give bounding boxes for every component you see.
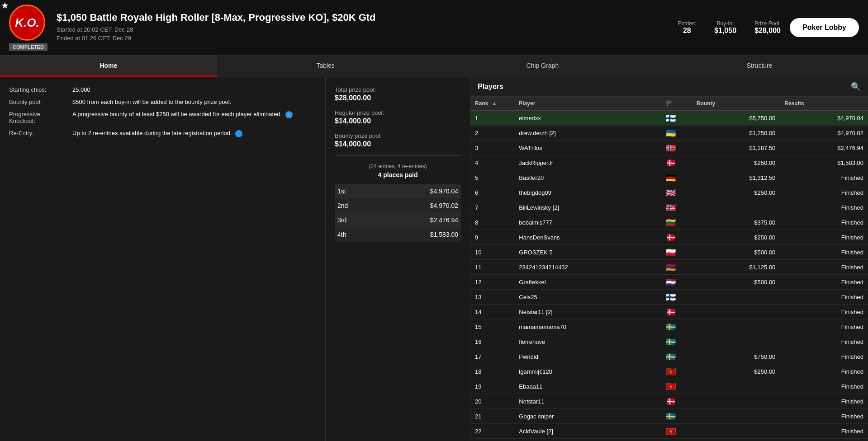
player-header[interactable]: Player: [514, 97, 661, 111]
table-row[interactable]: 12 Graftekkel 🇳🇱 $500.00 Finished: [470, 275, 868, 290]
flag-cell: 🇬🇧: [661, 185, 692, 200]
payout-row: 2nd$4,970.02: [335, 198, 461, 213]
country-flag: 🇩🇰: [666, 307, 676, 314]
rank-cell: 19: [470, 379, 514, 394]
table-row[interactable]: 18 lgammij€120 🇲🇪 $250.00 Finished: [470, 364, 868, 379]
table-row[interactable]: 9 HansDenSvans 🇩🇰 $250.00 Finished: [470, 230, 868, 245]
player-cell: AcidVaule [2]: [514, 424, 661, 439]
bounty-cell: [692, 394, 780, 409]
flag-cell: 🇳🇴: [661, 141, 692, 155]
table-row[interactable]: 10 GROSZEK 5 🇵🇱 $500.00 Finished: [470, 245, 868, 260]
results-cell: Finished: [780, 379, 868, 394]
players-table: Rank ▲ Player 🏴 Bounty Results 1 elmerix…: [470, 97, 868, 441]
header-stats: Entries: 28 Buy-In: $1,050 Prize Pool: $…: [678, 20, 781, 35]
country-flag: 🇳🇴: [666, 203, 676, 210]
progressive-info-icon[interactable]: i: [285, 111, 293, 118]
player-cell: HansDenSvans: [514, 230, 661, 245]
results-cell: Finished: [780, 170, 868, 185]
rank-cell: 1: [470, 111, 514, 126]
table-row[interactable]: 5 Bastler20 🇩🇪 $1,312.50 Finished: [470, 170, 868, 185]
bounty-cell: [692, 290, 780, 305]
player-cell: GROSZEK 5: [514, 245, 661, 260]
player-cell: Ceis25: [514, 290, 661, 305]
rank-header[interactable]: Rank ▲: [470, 97, 514, 111]
country-flag: 🇸🇪: [666, 322, 676, 329]
rank-cell: 13: [470, 290, 514, 305]
bounty-cell: $250.00: [692, 230, 780, 245]
flag-cell: 🇦🇲: [661, 260, 692, 275]
tab-chipgraph[interactable]: Chip Graph: [434, 56, 651, 77]
table-row[interactable]: 14 Netstar11 [2] 🇩🇰 Finished: [470, 305, 868, 319]
results-cell: Finished: [780, 275, 868, 290]
results-header[interactable]: Results: [780, 97, 868, 111]
rank-cell: 2: [470, 126, 514, 141]
flag-cell: 🇩🇪: [661, 170, 692, 185]
table-row[interactable]: 16 flerrehuve 🇸🇪 Finished: [470, 334, 868, 349]
flag-cell: 🇸🇪: [661, 409, 692, 424]
tab-bar: Home Tables Chip Graph Structure: [0, 56, 868, 77]
table-row[interactable]: 19 Ebaaa11 🇲🇪 Finished: [470, 379, 868, 394]
flag-cell: 🇱🇹: [661, 215, 692, 230]
buyin-stat: Buy-In: $1,050: [714, 20, 736, 35]
tab-tables[interactable]: Tables: [217, 56, 434, 77]
table-row[interactable]: 13 Ceis25 🇫🇮 Finished: [470, 290, 868, 305]
table-row[interactable]: 21 Gogac sniper 🇸🇪 Finished: [470, 409, 868, 424]
table-row[interactable]: 17 Pwndidi 🇸🇪 $750.00 Finished: [470, 349, 868, 364]
player-cell: 234241234214432: [514, 260, 661, 275]
prize-divider: [335, 155, 461, 156]
poker-lobby-button[interactable]: Poker Lobby: [790, 18, 859, 37]
total-prize-label: Total prize pool:: [335, 86, 461, 93]
table-row[interactable]: 15 mamamamama70 🇸🇪 Finished: [470, 319, 868, 334]
country-flag: 🇫🇮: [666, 292, 676, 299]
payout-amount: $4,970.02: [375, 198, 461, 213]
bounty-cell: [692, 200, 780, 215]
bounty-cell: $1,250.00: [692, 126, 780, 141]
table-row[interactable]: 3 WATnlos 🇳🇴 $1,187.50 $2,476.94: [470, 141, 868, 155]
bounty-cell: $1,312.50: [692, 170, 780, 185]
payout-place: 4th: [335, 227, 375, 242]
table-row[interactable]: 7 BillLewinsky [2] 🇳🇴 Finished: [470, 200, 868, 215]
table-row[interactable]: 22 AcidVaule [2] 🇲🇪 Finished: [470, 424, 868, 439]
table-row[interactable]: 20 Netstar11 🇩🇰 Finished: [470, 394, 868, 409]
flag-header: 🏴: [661, 97, 692, 111]
star-icon: ★: [1, 0, 9, 11]
tab-home[interactable]: Home: [0, 56, 217, 77]
results-cell: Finished: [780, 290, 868, 305]
players-panel: Players 🔍 Rank ▲ Player 🏴 Bounty Results…: [470, 77, 868, 441]
rank-cell: 12: [470, 275, 514, 290]
table-row[interactable]: 6 thebigdog09 🇬🇧 $250.00 Finished: [470, 185, 868, 200]
bounty-prize-label: Bounty prize pool:: [335, 132, 461, 139]
ko-logo: K.O.: [9, 5, 45, 41]
search-button[interactable]: 🔍: [851, 82, 861, 92]
tab-structure[interactable]: Structure: [651, 56, 868, 77]
results-cell: Finished: [780, 185, 868, 200]
flag-cell: 🇲🇪: [661, 379, 692, 394]
player-cell: flerrehuve: [514, 334, 661, 349]
player-cell: goshaleg: [514, 439, 661, 441]
bounty-header[interactable]: Bounty: [692, 97, 780, 111]
rank-cell: 21: [470, 409, 514, 424]
rank-cell: 23: [470, 439, 514, 441]
flag-cell: 🇸🇪: [661, 349, 692, 364]
flag-cell: 🇩🇰: [661, 155, 692, 170]
table-row[interactable]: 8 bebaimis777 🇱🇹 $375.00 Finished: [470, 215, 868, 230]
player-cell: Graftekkel: [514, 275, 661, 290]
reentry-info-icon[interactable]: i: [235, 130, 242, 137]
rank-cell: 17: [470, 349, 514, 364]
players-header: Players 🔍: [470, 77, 868, 97]
table-row[interactable]: 2 drew.derzh [2] 🇺🇦 $1,250.00 $4,970.02: [470, 126, 868, 141]
bounty-cell: [692, 409, 780, 424]
player-cell: elmerixx: [514, 111, 661, 126]
results-cell: Finished: [780, 364, 868, 379]
table-row[interactable]: 4 JackRipperJr 🇩🇰 $250.00 $1,583.00: [470, 155, 868, 170]
results-cell: Finished: [780, 394, 868, 409]
results-cell: Finished: [780, 230, 868, 245]
table-row[interactable]: 23 goshaleg 🇷🇴 $250.00 Finished: [470, 439, 868, 441]
table-row[interactable]: 11 234241234214432 🇦🇲 $1,125.00 Finished: [470, 260, 868, 275]
bounty-cell: [692, 334, 780, 349]
players-scroll[interactable]: Rank ▲ Player 🏴 Bounty Results 1 elmerix…: [470, 97, 868, 441]
players-title: Players: [478, 83, 503, 91]
ended-label: Ended at 01:26 CET, Dec 29: [57, 35, 678, 42]
table-row[interactable]: 1 elmerixx 🇫🇮 $5,750.00 $4,970.04: [470, 111, 868, 126]
entries-note: (24 entries, 4 re-entries): [335, 163, 461, 169]
